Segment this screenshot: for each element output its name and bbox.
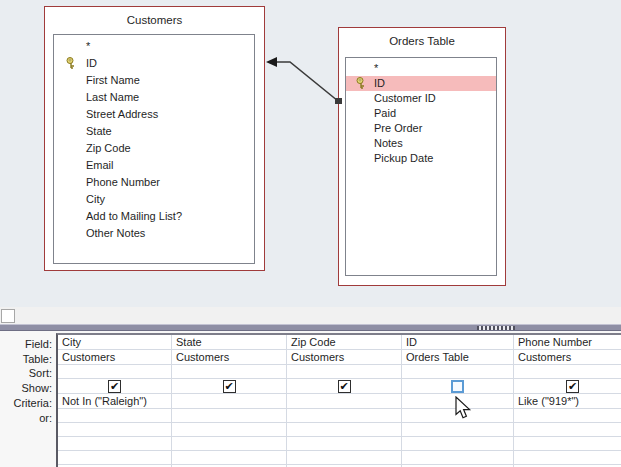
field-item[interactable]: Street Address [54, 106, 254, 123]
field-item[interactable]: Pre Order [346, 121, 496, 136]
empty-cell[interactable] [58, 437, 172, 451]
row-label-sort: Sort: [0, 366, 52, 380]
or-cell-1[interactable] [172, 409, 287, 423]
row-label-field: Field: [0, 337, 52, 351]
field-item-id[interactable]: ID [54, 55, 254, 72]
empty-cell[interactable] [172, 423, 287, 437]
field-item[interactable]: Pickup Date [346, 151, 496, 166]
field-item[interactable]: City [54, 191, 254, 208]
row-label-or: or: [0, 411, 52, 425]
empty-cell[interactable] [514, 437, 621, 451]
field-list-customers: * ID First Name Last Name Street Address… [53, 34, 255, 264]
show-cell-1: ✔ [172, 379, 287, 394]
show-checkbox-2[interactable]: ✔ [338, 380, 351, 393]
empty-cell[interactable] [514, 451, 621, 465]
empty-cell[interactable] [402, 423, 514, 437]
query-design-view: Customers * ID First Name Last Name Stre… [0, 0, 621, 467]
field-cell-1[interactable]: State [172, 335, 287, 350]
table-card-customers[interactable]: Customers * ID First Name Last Name Stre… [44, 6, 265, 271]
splitter-grip-icon[interactable] [477, 326, 515, 330]
empty-cell[interactable] [172, 451, 287, 465]
field-item-id-selected[interactable]: ID [346, 76, 496, 91]
field-item[interactable]: Paid [346, 106, 496, 121]
empty-cell[interactable] [402, 451, 514, 465]
row-label-table: Table: [0, 352, 52, 366]
empty-cell[interactable] [514, 423, 621, 437]
field-cell-3[interactable]: ID [402, 335, 514, 350]
field-cell-2[interactable]: Zip Code [287, 335, 402, 350]
sort-cell-3[interactable] [402, 365, 514, 379]
criteria-cell-0[interactable]: Not In ("Raleigh") [58, 394, 172, 409]
table-cell-2[interactable]: Customers [287, 350, 402, 365]
empty-cell[interactable] [172, 437, 287, 451]
primary-key-icon [356, 77, 367, 89]
sort-cell-1[interactable] [172, 365, 287, 379]
field-cell-4[interactable]: Phone Number [514, 335, 621, 350]
empty-cell[interactable] [287, 451, 402, 465]
row-label-show: Show: [0, 381, 52, 395]
diagram-hscrollbar[interactable] [0, 307, 621, 324]
show-cell-2: ✔ [287, 379, 402, 394]
hscrollbar-thumb[interactable] [1, 309, 15, 323]
empty-cell[interactable] [58, 423, 172, 437]
criteria-cell-4[interactable]: Like ("919*") [514, 394, 621, 409]
field-item[interactable]: Phone Number [54, 174, 254, 191]
show-checkbox-0[interactable]: ✔ [108, 380, 121, 393]
table-cell-0[interactable]: Customers [58, 350, 172, 365]
table-title-orders: Orders Table [339, 28, 505, 54]
empty-cell[interactable] [287, 437, 402, 451]
design-grid-pane: Field: Table: Sort: Show: Criteria: or: … [0, 331, 621, 467]
criteria-cell-3[interactable] [402, 394, 514, 409]
sort-cell-4[interactable] [514, 365, 621, 379]
show-cell-3 [402, 379, 514, 394]
or-cell-2[interactable] [287, 409, 402, 423]
sort-cell-0[interactable] [58, 365, 172, 379]
table-cell-4[interactable]: Customers [514, 350, 621, 365]
field-item[interactable]: * [54, 38, 254, 55]
table-cell-1[interactable]: Customers [172, 350, 287, 365]
field-item[interactable]: Add to Mailing List? [54, 208, 254, 225]
show-cell-4: ✔ [514, 379, 621, 394]
field-item[interactable]: Email [54, 157, 254, 174]
or-cell-0[interactable] [58, 409, 172, 423]
field-item[interactable]: Notes [346, 136, 496, 151]
or-cell-4[interactable] [514, 409, 621, 423]
show-checkbox-4[interactable]: ✔ [566, 380, 579, 393]
table-title-customers: Customers [45, 7, 264, 33]
field-cell-0[interactable]: City [58, 335, 172, 350]
show-checkbox-3[interactable] [451, 380, 464, 393]
query-grid: City State Zip Code ID Phone Number Cust… [56, 333, 621, 467]
table-card-orders[interactable]: Orders Table * ID Customer ID Paid Pre O… [338, 27, 506, 286]
field-list-orders: * ID Customer ID Paid Pre Order Notes Pi… [345, 57, 497, 276]
criteria-cell-2[interactable] [287, 394, 402, 409]
sort-cell-2[interactable] [287, 365, 402, 379]
show-checkbox-1[interactable]: ✔ [223, 380, 236, 393]
pane-splitter[interactable] [0, 324, 621, 331]
field-item[interactable]: Other Notes [54, 225, 254, 242]
field-item[interactable]: First Name [54, 72, 254, 89]
criteria-cell-1[interactable] [172, 394, 287, 409]
field-item[interactable]: Zip Code [54, 140, 254, 157]
field-item[interactable]: Last Name [54, 89, 254, 106]
or-cell-3[interactable] [402, 409, 514, 423]
show-cell-0: ✔ [58, 379, 172, 394]
row-label-criteria: Criteria: [0, 396, 52, 410]
empty-cell[interactable] [402, 437, 514, 451]
field-item[interactable]: State [54, 123, 254, 140]
table-cell-3[interactable]: Orders Table [402, 350, 514, 365]
primary-key-icon [66, 57, 77, 69]
field-item[interactable]: * [346, 61, 496, 76]
empty-cell[interactable] [287, 423, 402, 437]
join-arrow-icon [266, 57, 277, 67]
empty-cell[interactable] [58, 451, 172, 465]
field-item[interactable]: Customer ID [346, 91, 496, 106]
diagram-pane: Customers * ID First Name Last Name Stre… [0, 0, 621, 307]
